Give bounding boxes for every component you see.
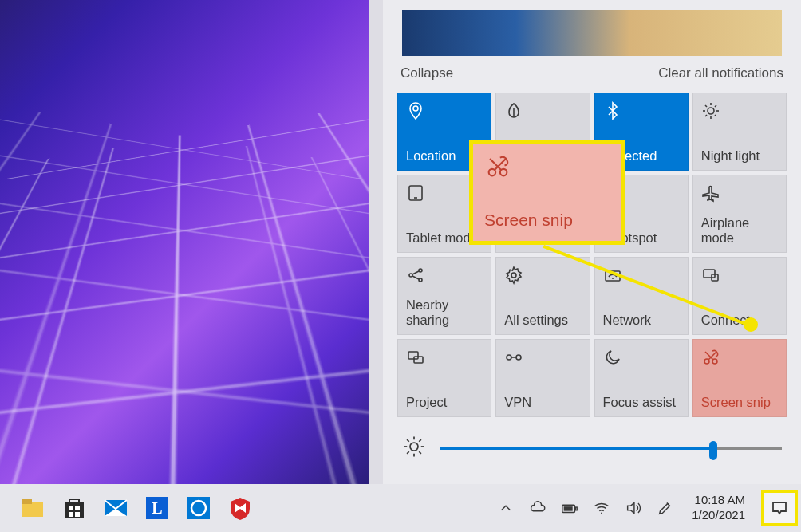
svg-line-38 [407, 439, 409, 442]
svg-point-62 [601, 513, 602, 514]
svg-rect-24 [408, 352, 418, 359]
wifi-icon[interactable] [591, 498, 612, 518]
onedrive-icon[interactable] [527, 498, 548, 518]
svg-text:L: L [152, 499, 162, 517]
quick-action-vpn[interactable]: VPN [495, 339, 590, 417]
project-icon [406, 348, 483, 368]
svg-point-27 [516, 355, 521, 360]
svg-line-41 [419, 439, 421, 442]
svg-point-14 [409, 274, 412, 277]
svg-point-0 [413, 106, 418, 111]
svg-point-19 [511, 273, 516, 278]
clear-notifications-link[interactable]: Clear all notifications [658, 65, 783, 81]
lenovo-app-icon[interactable]: L [139, 490, 176, 526]
quick-action-airplane-mode[interactable]: Airplane mode [692, 175, 787, 253]
svg-line-17 [412, 271, 419, 274]
leaf-icon [504, 101, 581, 122]
svg-rect-53 [75, 512, 80, 517]
svg-point-33 [410, 443, 418, 451]
moon-icon [603, 348, 680, 368]
svg-point-15 [419, 269, 422, 272]
mcafee-icon[interactable] [222, 490, 258, 526]
tile-label: Screen snip [701, 395, 778, 410]
microsoft-store-icon[interactable] [56, 490, 93, 526]
callout-label: Screen snip [484, 211, 610, 230]
battery-icon[interactable] [559, 498, 580, 518]
brightness-thumb[interactable] [709, 441, 717, 460]
clock-date: 1/20/2021 [692, 508, 745, 523]
snip-icon [484, 153, 610, 185]
brightness-fill [440, 447, 713, 450]
tile-label: Network [603, 313, 680, 328]
quick-action-nearby-sharing[interactable]: Nearby sharing [397, 257, 491, 335]
quick-action-focus-assist[interactable]: Focus assist [594, 339, 689, 417]
tile-label: Airplane mode [701, 215, 778, 246]
svg-rect-46 [22, 502, 43, 517]
pen-ink-icon[interactable] [655, 498, 676, 518]
vpn-icon [504, 348, 581, 368]
sun-icon [701, 101, 778, 122]
tile-label: Focus assist [603, 395, 680, 410]
share-icon [406, 266, 483, 286]
tray-chevron-up-icon[interactable] [495, 498, 516, 518]
tile-label: Night light [701, 148, 778, 164]
taskbar-clock[interactable]: 10:18 AM 1/20/2021 [692, 493, 745, 523]
svg-rect-60 [576, 507, 578, 510]
svg-rect-52 [69, 512, 73, 517]
quick-action-night-light[interactable]: Night light [692, 93, 787, 171]
tile-label: Nearby sharing [406, 298, 483, 328]
location-icon [406, 101, 483, 122]
tile-label: Project [406, 395, 483, 410]
svg-rect-50 [69, 506, 73, 510]
brightness-slider-row [397, 435, 787, 462]
svg-rect-49 [69, 499, 79, 504]
svg-rect-61 [564, 506, 573, 511]
screen-snip-callout: Screen snip [469, 140, 625, 245]
snip-icon [701, 348, 778, 368]
app-icon-blue[interactable] [180, 490, 217, 526]
collapse-link[interactable]: Collapse [400, 65, 453, 81]
svg-line-9 [705, 115, 707, 116]
svg-line-40 [407, 451, 409, 454]
file-explorer-icon[interactable] [14, 490, 51, 526]
svg-point-26 [507, 355, 511, 360]
svg-line-8 [715, 115, 716, 116]
svg-point-21 [612, 278, 614, 279]
svg-rect-47 [22, 499, 32, 504]
notification-thumbnail[interactable] [402, 10, 782, 56]
action-center-button[interactable] [761, 490, 798, 526]
svg-line-39 [419, 451, 421, 454]
brightness-icon [402, 435, 426, 462]
clock-time: 10:18 AM [695, 493, 745, 508]
volume-icon[interactable] [623, 498, 644, 518]
callout-leader-dot [744, 317, 758, 332]
quick-action-all-settings[interactable]: All settings [495, 257, 590, 335]
tile-label: All settings [504, 313, 581, 328]
gear-icon [504, 266, 581, 286]
svg-line-7 [705, 105, 707, 107]
taskbar: L 10:18 AM 1/20/2021 [0, 484, 801, 532]
svg-line-18 [412, 276, 419, 279]
svg-point-2 [708, 108, 714, 114]
quick-action-screen-snip[interactable]: Screen snip [692, 339, 787, 417]
svg-rect-22 [704, 270, 715, 278]
desktop-wallpaper [0, 0, 369, 484]
brightness-slider[interactable] [440, 440, 782, 456]
airplane-icon [701, 183, 778, 204]
quick-action-project[interactable]: Project [397, 339, 491, 417]
svg-marker-63 [628, 503, 634, 514]
connect-icon [701, 266, 778, 286]
tile-label: VPN [504, 395, 581, 410]
svg-point-16 [419, 278, 422, 282]
bluetooth-icon [603, 101, 680, 122]
svg-rect-51 [75, 506, 80, 510]
svg-line-10 [715, 105, 716, 107]
mail-icon[interactable] [97, 490, 134, 526]
